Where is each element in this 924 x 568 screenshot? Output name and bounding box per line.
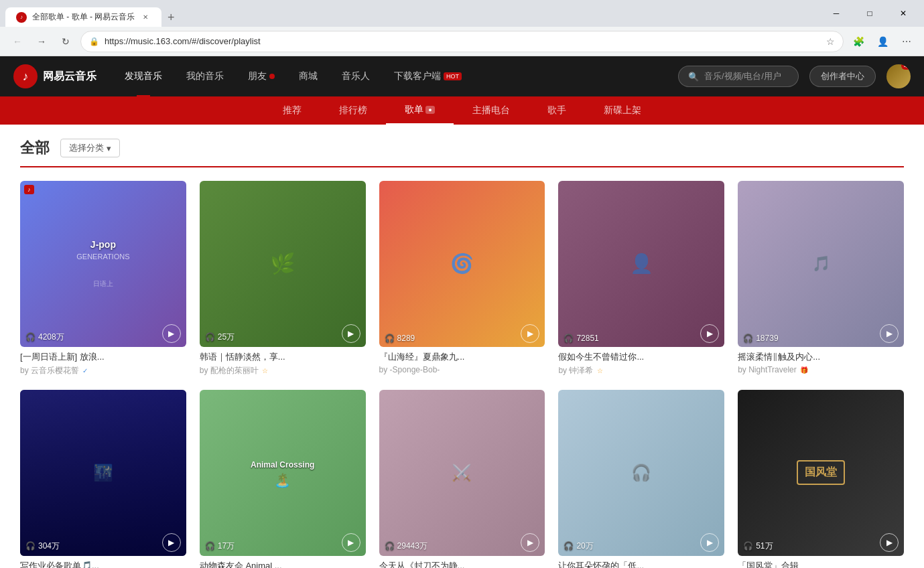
star-icon-2: ☆ xyxy=(262,367,268,374)
sub-nav-radio[interactable]: 主播电台 xyxy=(454,96,529,125)
playlist-creator-4: by 钟泽希 ☆ xyxy=(558,365,724,376)
play-count-1: 🎧4208万 xyxy=(25,332,64,343)
star-icon-4: ☆ xyxy=(597,367,603,374)
nav-item-download[interactable]: 下载客户端 HOT xyxy=(382,56,474,96)
play-button-2[interactable]: ▶ xyxy=(342,324,360,343)
play-count-3: 🎧8289 xyxy=(385,334,415,343)
play-count-6: 🎧304万 xyxy=(25,541,60,552)
creator-center-button[interactable]: 创作者中心 xyxy=(809,66,876,87)
extensions-icon[interactable]: 🧩 xyxy=(849,32,868,51)
main-content: 全部 选择分类 ▾ J-pop GENERATIONS 日语上 ♪ xyxy=(0,125,924,568)
playlist-card-7[interactable]: Animal Crossing 🏝️ 🎧17万 ▶ 动物森友会 Animal .… xyxy=(200,390,366,568)
browser-titlebar: 全部歌单 - 歌单 - 网易云音乐 ✕ + ─ □ ✕ xyxy=(0,0,924,27)
tab-close-button[interactable]: ✕ xyxy=(140,12,151,23)
playlist-creator-2: by 配枪的茱丽叶 ☆ xyxy=(200,365,366,376)
main-nav: 发现音乐 我的音乐 朋友 商城 音乐人 下载客户端 HOT xyxy=(113,56,678,96)
window-controls: ─ □ ✕ xyxy=(821,0,919,27)
minimize-button[interactable]: ─ xyxy=(821,0,852,27)
nav-item-friends[interactable]: 朋友 xyxy=(236,56,287,96)
netease-header: ♪ 网易云音乐 发现音乐 我的音乐 朋友 商城 音乐人 xyxy=(0,56,924,96)
sub-nav-playlist[interactable]: 歌单 ● xyxy=(386,96,453,125)
logo-area: ♪ 网易云音乐 xyxy=(13,64,96,88)
app-content: ♪ 网易云音乐 发现音乐 我的音乐 朋友 商城 音乐人 xyxy=(0,56,924,568)
profile-icon[interactable]: 👤 xyxy=(873,32,892,51)
user-avatar[interactable]: 46 xyxy=(886,64,911,88)
sub-nav-recommend[interactable]: 推荐 xyxy=(264,96,320,125)
category-filter-button[interactable]: 选择分类 ▾ xyxy=(60,139,120,157)
sub-nav-newalbum[interactable]: 新碟上架 xyxy=(585,96,660,125)
close-button[interactable]: ✕ xyxy=(888,0,919,27)
playlist-card-10[interactable]: 国风堂 🎧51万 ▶ 「国风堂」合辑 by 国风堂音乐企划 xyxy=(738,390,904,568)
lock-icon: 🔒 xyxy=(89,37,99,46)
play-count-2: 🎧25万 xyxy=(205,332,235,343)
browser-tab-active[interactable]: 全部歌单 - 歌单 - 网易云音乐 ✕ xyxy=(5,7,161,27)
playlist-creator-1: by 云音乐樱花誓 ✓ xyxy=(20,365,186,376)
header-right: 🔍 音乐/视频/电台/用户 创作者中心 46 xyxy=(678,64,911,88)
play-button-4[interactable]: ▶ xyxy=(700,324,719,343)
playlist-thumb-10: 国风堂 🎧51万 ▶ xyxy=(738,390,904,556)
playlist-name-2: 韩语｜恬静淡然，享... xyxy=(200,351,366,363)
sub-nav-charts[interactable]: 排行榜 xyxy=(320,96,386,125)
notification-badge: 46 xyxy=(901,64,911,70)
new-tab-button[interactable]: + xyxy=(161,8,180,27)
play-count-7: 🎧17万 xyxy=(205,541,235,552)
playlist-card-8[interactable]: ⚔️ 🎧29443万 ▶ 今天从《封刀不为静... by 云音乐智能推荐 xyxy=(379,390,545,568)
play-button-9[interactable]: ▶ xyxy=(700,533,719,552)
play-button-1[interactable]: ▶ xyxy=(162,324,181,343)
tab-favicon xyxy=(16,12,27,23)
playlist-card-2[interactable]: 🌿 🎧25万 ▶ 韩语｜恬静淡然，享... by 配枪的茱丽叶 ☆ xyxy=(200,181,366,376)
play-button-5[interactable]: ▶ xyxy=(880,324,899,343)
playlist-name-1: [一周日语上新] 放浪... xyxy=(20,351,186,363)
playlist-card-4[interactable]: 👤 🎧72851 ▶ 假如今生不曾错过你... by 钟泽希 ☆ xyxy=(558,181,724,376)
playlist-thumb-5: 🎵 🎧18739 ▶ xyxy=(738,181,904,347)
nav-item-discover[interactable]: 发现音乐 xyxy=(113,56,174,96)
playlist-name-5: 摇滚柔情‖触及内心... xyxy=(738,351,904,363)
playlist-thumb-7: Animal Crossing 🏝️ 🎧17万 ▶ xyxy=(200,390,366,556)
bookmark-icon[interactable]: ☆ xyxy=(826,36,835,47)
hot-badge: HOT xyxy=(444,72,462,80)
playlist-thumb-1: J-pop GENERATIONS 日语上 ♪ 🎧4208万 ▶ xyxy=(20,181,186,347)
playlist-card-9[interactable]: 🎧 🎧20万 ▶ 让你耳朵怀孕的「低... by dd只会喂喂喂 xyxy=(558,390,724,568)
play-count-10: 🎧51万 xyxy=(743,541,773,552)
play-button-7[interactable]: ▶ xyxy=(342,533,360,552)
nav-item-musician[interactable]: 音乐人 xyxy=(330,56,382,96)
toolbar-right: 🧩 👤 ⋯ xyxy=(849,32,916,51)
play-button-8[interactable]: ▶ xyxy=(521,533,539,552)
chevron-down-icon: ▾ xyxy=(107,143,111,153)
playlist-card-6[interactable]: 🌃 🎧304万 ▶ 写作业必备歌单🎵... by 爱老醉的地鸡 xyxy=(20,390,186,568)
back-button[interactable]: ← xyxy=(8,32,27,51)
browser-window: 全部歌单 - 歌单 - 网易云音乐 ✕ + ─ □ ✕ ← → ↻ 🔒 http… xyxy=(0,0,924,568)
play-button-6[interactable]: ▶ xyxy=(162,533,181,552)
search-box[interactable]: 🔍 音乐/视频/电台/用户 xyxy=(678,66,799,87)
playlist-thumb-9: 🎧 🎧20万 ▶ xyxy=(558,390,724,556)
playlist-name-7: 动物森友会 Animal ... xyxy=(200,560,366,568)
playlist-thumb-2: 🌿 🎧25万 ▶ xyxy=(200,181,366,347)
search-placeholder: 音乐/视频/电台/用户 xyxy=(704,70,781,82)
playlist-thumb-6: 🌃 🎧304万 ▶ xyxy=(20,390,186,556)
playlist-name-10: 「国风堂」合辑 xyxy=(738,560,904,568)
playlist-card-5[interactable]: 🎵 🎧18739 ▶ 摇滚柔情‖触及内心... by NightTraveler… xyxy=(738,181,904,376)
refresh-button[interactable]: ↻ xyxy=(56,32,75,51)
nav-item-shop[interactable]: 商城 xyxy=(287,56,330,96)
url-text: https://music.163.com/#/discover/playlis… xyxy=(105,36,821,46)
playlist-thumb-8: ⚔️ 🎧29443万 ▶ xyxy=(379,390,545,556)
play-count-4: 🎧72851 xyxy=(564,334,598,343)
sub-nav-artist[interactable]: 歌手 xyxy=(529,96,585,125)
address-bar[interactable]: 🔒 https://music.163.com/#/discover/playl… xyxy=(80,31,844,52)
playlist-thumb-3: 🌀 🎧8289 ▶ xyxy=(379,181,545,347)
play-button-10[interactable]: ▶ xyxy=(880,533,899,552)
nav-item-mymusic[interactable]: 我的音乐 xyxy=(174,56,236,96)
playlist-creator-5: by NightTraveler 🎁 xyxy=(738,365,904,374)
playlist-card-1[interactable]: J-pop GENERATIONS 日语上 ♪ 🎧4208万 ▶ [一周日语上新… xyxy=(20,181,186,376)
playlist-card-3[interactable]: 🌀 🎧8289 ▶ 『山海经』夏鼎象九... by -Sponge-Bob- xyxy=(379,181,545,376)
tab-title: 全部歌单 - 歌单 - 网易云音乐 xyxy=(32,11,135,23)
section-title: 全部 xyxy=(20,138,50,158)
hot-icon-1: ♪ xyxy=(24,185,34,194)
forward-button[interactable]: → xyxy=(32,32,51,51)
browser-toolbar: ← → ↻ 🔒 https://music.163.com/#/discover… xyxy=(0,27,924,56)
maximize-button[interactable]: □ xyxy=(854,0,885,27)
play-button-3[interactable]: ▶ xyxy=(521,324,539,343)
playlist-grid: J-pop GENERATIONS 日语上 ♪ 🎧4208万 ▶ [一周日语上新… xyxy=(20,181,904,568)
playlist-name-9: 让你耳朵怀孕的「低... xyxy=(558,560,724,568)
menu-icon[interactable]: ⋯ xyxy=(897,32,916,51)
